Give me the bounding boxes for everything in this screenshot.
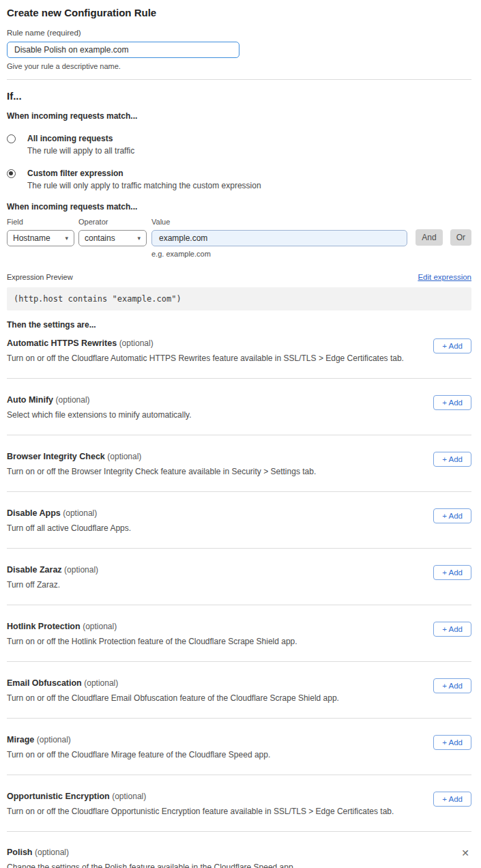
- operator-column: Operator contains ▾: [78, 218, 147, 246]
- radio-description: The rule will apply to all traffic: [27, 146, 134, 156]
- setting-disable-apps: Disable Apps (optional) Turn off all act…: [7, 492, 471, 549]
- settings-heading: Then the settings are...: [7, 320, 471, 330]
- optional-tag: (optional): [83, 622, 117, 631]
- setting-texts: Disable Apps (optional) Turn off all act…: [7, 508, 131, 533]
- match-heading: When incoming requests match...: [7, 111, 471, 121]
- optional-tag: (optional): [63, 508, 97, 518]
- setting-texts: Browser Integrity Check (optional) Turn …: [7, 452, 316, 476]
- add-button[interactable]: + Add: [433, 792, 471, 807]
- setting-title: Disable Zaraz (optional): [7, 565, 98, 575]
- optional-tag: (optional): [107, 452, 141, 461]
- optional-tag: (optional): [37, 735, 71, 744]
- operator-label: Operator: [78, 218, 147, 226]
- setting-email-obfuscation: Email Obfuscation (optional) Turn on or …: [7, 662, 471, 719]
- expression-preview-label: Expression Preview: [7, 273, 73, 281]
- add-button[interactable]: + Add: [433, 338, 471, 353]
- field-select[interactable]: Hostname ▾: [7, 230, 74, 246]
- setting-description: Turn on or off the Cloudflare Opportunis…: [7, 807, 394, 816]
- settings-list: Automatic HTTPS Rewrites (optional) Turn…: [7, 330, 471, 868]
- rule-name-label: Rule name (required): [7, 29, 471, 37]
- setting-description: Turn on or off the Cloudflare Email Obfu…: [7, 693, 339, 703]
- rule-name-input[interactable]: [7, 42, 239, 58]
- setting-title: Polish (optional): [7, 848, 69, 857]
- setting-polish-header: Polish (optional) ✕: [7, 848, 471, 858]
- setting-texts: Email Obfuscation (optional) Turn on or …: [7, 678, 339, 703]
- setting-title: Hotlink Protection (optional): [7, 622, 297, 631]
- setting-name: Opportunistic Encryption: [7, 792, 110, 801]
- expression-preview-code: (http.host contains "example.com"): [7, 287, 471, 310]
- setting-name: Mirage: [7, 735, 34, 744]
- radio-label: Custom filter expression: [27, 169, 261, 178]
- add-button[interactable]: + Add: [433, 395, 471, 410]
- setting-description: Turn on or off the Browser Integrity Che…: [7, 467, 316, 476]
- close-icon[interactable]: ✕: [459, 848, 471, 858]
- setting-texts: Opportunistic Encryption (optional) Turn…: [7, 792, 394, 816]
- radio-button-icon[interactable]: [7, 134, 16, 143]
- setting-name: Hotlink Protection: [7, 622, 81, 631]
- rule-name-help: Give your rule a descriptive name.: [7, 62, 471, 70]
- caret-down-icon: ▾: [137, 235, 141, 242]
- setting-description: Turn off Zaraz.: [7, 580, 98, 590]
- radio-description: The rule will only apply to traffic matc…: [27, 181, 261, 190]
- value-label: Value: [151, 218, 407, 226]
- setting-description: Turn on or off the Cloudflare Mirage fea…: [7, 750, 270, 760]
- add-button[interactable]: + Add: [433, 735, 471, 750]
- setting-title: Automatic HTTPS Rewrites (optional): [7, 338, 404, 348]
- setting-opportunistic-encryption: Opportunistic Encryption (optional) Turn…: [7, 775, 471, 832]
- setting-name: Browser Integrity Check: [7, 452, 105, 461]
- optional-tag: (optional): [112, 792, 146, 801]
- setting-texts: Disable Zaraz (optional) Turn off Zaraz.: [7, 565, 98, 590]
- operator-select-value: contains: [85, 233, 115, 243]
- radio-texts: Custom filter expression The rule will o…: [21, 169, 261, 190]
- setting-name: Polish: [7, 848, 33, 857]
- setting-disable-zaraz: Disable Zaraz (optional) Turn off Zaraz.…: [7, 549, 471, 605]
- add-button[interactable]: + Add: [433, 508, 471, 523]
- setting-title: Disable Apps (optional): [7, 508, 131, 518]
- optional-tag: (optional): [64, 565, 98, 575]
- add-button[interactable]: + Add: [433, 452, 471, 467]
- expression-builder-heading: When incoming requests match...: [7, 202, 471, 212]
- setting-description: Turn off all active Cloudflare Apps.: [7, 523, 131, 533]
- setting-browser-integrity-check: Browser Integrity Check (optional) Turn …: [7, 435, 471, 492]
- divider: [7, 79, 471, 80]
- expression-preview-header: Expression Preview Edit expression: [7, 273, 471, 281]
- expression-builder-row: Field Hostname ▾ Operator contains ▾ Val…: [7, 218, 471, 258]
- optional-tag: (optional): [84, 678, 118, 688]
- setting-automatic-https-rewrites: Automatic HTTPS Rewrites (optional) Turn…: [7, 330, 471, 379]
- field-column: Field Hostname ▾: [7, 218, 74, 246]
- setting-title: Opportunistic Encryption (optional): [7, 792, 394, 801]
- setting-auto-minify: Auto Minify (optional) Select which file…: [7, 379, 471, 435]
- edit-expression-link[interactable]: Edit expression: [418, 273, 471, 281]
- and-button[interactable]: And: [416, 229, 442, 246]
- radio-all-incoming-requests[interactable]: All incoming requests The rule will appl…: [7, 134, 471, 156]
- add-button[interactable]: + Add: [433, 678, 471, 693]
- add-button[interactable]: + Add: [433, 622, 471, 637]
- value-input[interactable]: [151, 230, 407, 246]
- setting-texts: Automatic HTTPS Rewrites (optional) Turn…: [7, 338, 404, 363]
- setting-title: Browser Integrity Check (optional): [7, 452, 316, 461]
- setting-description: Turn on or off the Hotlink Protection fe…: [7, 637, 297, 646]
- create-configuration-rule-page: Create new Configuration Rule Rule name …: [0, 0, 481, 868]
- setting-title: Email Obfuscation (optional): [7, 678, 339, 688]
- add-button[interactable]: + Add: [433, 565, 471, 580]
- radio-button-icon[interactable]: [7, 169, 16, 178]
- radio-label: All incoming requests: [27, 134, 134, 143]
- setting-polish: Polish (optional) ✕ Change the settings …: [7, 832, 471, 868]
- field-select-value: Hostname: [13, 233, 50, 243]
- optional-tag: (optional): [56, 395, 90, 405]
- setting-description: Turn on or off the Cloudflare Automatic …: [7, 353, 404, 363]
- setting-name: Email Obfuscation: [7, 678, 82, 688]
- radio-texts: All incoming requests The rule will appl…: [21, 134, 134, 156]
- optional-tag: (optional): [119, 338, 154, 348]
- setting-title: Auto Minify (optional): [7, 395, 192, 405]
- value-help: e.g. example.com: [151, 250, 407, 258]
- or-button[interactable]: Or: [450, 229, 471, 246]
- field-label: Field: [7, 218, 74, 226]
- setting-texts: Hotlink Protection (optional) Turn on or…: [7, 622, 297, 646]
- setting-description: Change the settings of the Polish featur…: [7, 863, 471, 868]
- setting-hotlink-protection: Hotlink Protection (optional) Turn on or…: [7, 605, 471, 662]
- setting-mirage: Mirage (optional) Turn on or off the Clo…: [7, 719, 471, 775]
- operator-select[interactable]: contains ▾: [78, 230, 147, 246]
- radio-custom-filter-expression[interactable]: Custom filter expression The rule will o…: [7, 169, 471, 190]
- setting-texts: Mirage (optional) Turn on or off the Clo…: [7, 735, 270, 760]
